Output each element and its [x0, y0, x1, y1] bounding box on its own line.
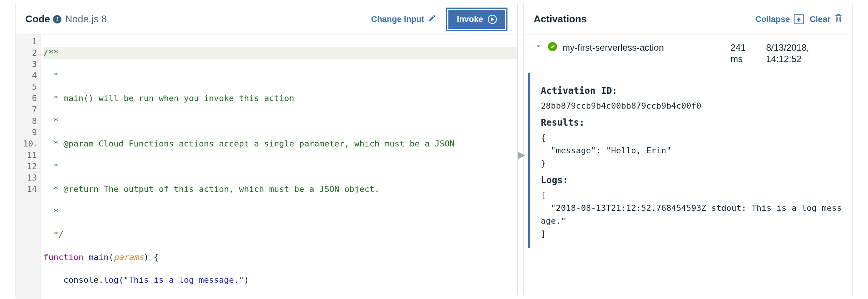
results-body: { "message": "Hello, Erin" }	[541, 131, 842, 170]
activation-id-value: 28bb879ccb9b4c00bb879ccb9b4c00f0	[541, 100, 842, 112]
pencil-icon	[428, 14, 436, 25]
logs-body: [ "2018-08-13T21:12:52.768454593Z stdout…	[541, 189, 842, 240]
clear-button[interactable]: Clear	[810, 13, 843, 25]
collapse-label: Collapse	[755, 14, 790, 24]
invoke-button[interactable]: Invoke	[446, 8, 507, 31]
results-label: Results:	[541, 116, 842, 129]
change-input-button[interactable]: Change Input	[367, 12, 440, 27]
logs-label: Logs:	[541, 174, 842, 187]
status-success-icon	[548, 42, 557, 51]
play-icon	[488, 15, 497, 24]
activation-timestamp: 8/13/2018,14:12:52	[766, 42, 842, 65]
activation-name: my-first-serverless-action	[562, 42, 725, 53]
runtime-label: Node.js 8	[65, 13, 107, 25]
panel-resize-handle[interactable]: ▶	[518, 150, 525, 160]
activation-id-label: Activation ID:	[541, 84, 842, 97]
info-icon[interactable]: i	[53, 15, 61, 23]
activations-title: Activations	[534, 13, 587, 25]
change-input-label: Change Input	[371, 14, 425, 24]
code-editor[interactable]: 1 2 3 4 5 6 7 8 9 10 ▾ 11 12 13 14 /** *…	[16, 34, 517, 299]
trash-icon	[834, 13, 843, 25]
clear-label: Clear	[810, 14, 831, 24]
line-number-gutter: 1 2 3 4 5 6 7 8 9 10 ▾ 11 12 13 14	[16, 34, 41, 299]
activations-header: Activations Collapse Clear	[524, 4, 852, 34]
code-panel-header: Code i Node.js 8 Change Input Invoke	[16, 4, 517, 34]
activation-duration: 241ms	[731, 42, 761, 65]
activation-detail: Activation ID: 28bb879ccb9b4c00bb879ccb9…	[528, 73, 852, 248]
collapse-button[interactable]: Collapse	[755, 14, 804, 24]
chevron-down-icon[interactable]	[534, 42, 543, 53]
activation-row[interactable]: my-first-serverless-action 241ms 8/13/20…	[524, 34, 852, 68]
code-body[interactable]: /** * * main() will be run when you invo…	[41, 34, 518, 299]
invoke-label: Invoke	[457, 14, 483, 24]
code-title: Code	[25, 13, 50, 25]
activations-panel: Activations Collapse Clear	[523, 4, 853, 295]
code-panel: Code i Node.js 8 Change Input Invoke	[15, 4, 518, 295]
collapse-icon	[794, 14, 804, 24]
